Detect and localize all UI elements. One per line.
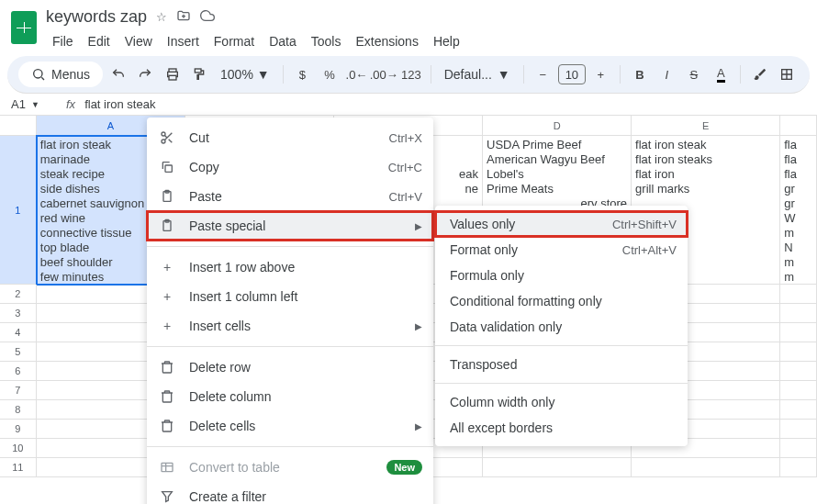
menu-tools[interactable]: Tools (305, 30, 348, 52)
row-header-9[interactable]: 9 (0, 420, 37, 439)
row-header-10[interactable]: 10 (0, 439, 37, 458)
row-header-1[interactable]: 1 (0, 136, 37, 285)
menu-insert[interactable]: Insert (161, 30, 206, 52)
undo-button[interactable] (106, 62, 130, 86)
sm-conditional[interactable]: Conditional formatting only (435, 288, 688, 314)
copy-icon (158, 158, 176, 176)
fill-color-button[interactable] (748, 62, 772, 86)
menu-file[interactable]: File (46, 30, 80, 52)
sm-all-except[interactable]: All except borders (435, 415, 688, 441)
cm-insert-col[interactable]: + Insert 1 column left (147, 282, 433, 311)
italic-button[interactable]: I (655, 62, 679, 86)
cm-copy[interactable]: Copy Ctrl+C (147, 152, 433, 182)
cm-convert-table[interactable]: Convert to table New (147, 453, 433, 482)
context-menu: Cut Ctrl+X Copy Ctrl+C Paste Ctrl+V Past… (147, 118, 433, 504)
row-header-3[interactable]: 3 (0, 304, 37, 323)
row-header-4[interactable]: 4 (0, 323, 37, 342)
paste-icon (158, 187, 176, 206)
name-box[interactable]: A1▼ (11, 97, 57, 111)
filter-icon (158, 487, 176, 504)
row-header-7[interactable]: 7 (0, 381, 37, 400)
plus-icon: + (158, 317, 176, 335)
doc-title[interactable]: keywords zap (46, 7, 147, 27)
plus-icon: + (158, 258, 176, 276)
fx-icon: fx (66, 97, 75, 111)
sm-formula-only[interactable]: Formula only (435, 263, 688, 288)
menu-edit[interactable]: Edit (82, 30, 117, 52)
percent-button[interactable]: % (318, 62, 341, 86)
cloud-icon[interactable] (200, 8, 215, 26)
trash-icon (158, 387, 176, 406)
chevron-right-icon: ▶ (415, 321, 422, 331)
decrease-decimal-button[interactable]: .0← (345, 62, 369, 86)
currency-button[interactable]: $ (291, 62, 315, 86)
print-button[interactable] (161, 62, 185, 86)
col-header-e[interactable]: E (632, 116, 780, 135)
sheets-logo[interactable] (11, 11, 37, 44)
svg-rect-2 (169, 75, 176, 80)
svg-rect-1 (169, 69, 176, 72)
svg-rect-7 (165, 165, 172, 172)
sm-col-width[interactable]: Column width only (435, 389, 688, 415)
search-icon (31, 67, 46, 82)
chevron-down-icon: ▼ (498, 67, 510, 82)
cm-cut[interactable]: Cut Ctrl+X (147, 123, 433, 152)
sm-transposed[interactable]: Transposed (435, 352, 688, 377)
menus-search[interactable]: Menus (18, 62, 103, 87)
menu-view[interactable]: View (118, 30, 159, 52)
move-icon[interactable] (176, 8, 191, 26)
chevron-right-icon: ▶ (415, 221, 422, 231)
toolbar: Menus 100%▼ $ % .0← .00→ 123 Defaul...▼ … (7, 56, 810, 94)
formula-bar[interactable]: flat iron steak (84, 97, 155, 111)
font-select[interactable]: Defaul...▼ (439, 67, 516, 82)
plus-icon: + (158, 287, 176, 306)
row-header-2[interactable]: 2 (0, 285, 37, 304)
row-header-8[interactable]: 8 (0, 400, 37, 420)
sm-format-only[interactable]: Format only Ctrl+Alt+V (435, 237, 688, 263)
bold-button[interactable]: B (628, 62, 652, 86)
menu-format[interactable]: Format (207, 30, 261, 52)
increase-decimal-button[interactable]: .00→ (372, 62, 396, 86)
zoom-select[interactable]: 100%▼ (215, 67, 275, 82)
chevron-down-icon: ▼ (31, 100, 39, 109)
svg-point-5 (162, 132, 165, 136)
redo-button[interactable] (134, 62, 158, 86)
cm-delete-col[interactable]: Delete column (147, 382, 433, 411)
more-formats-button[interactable]: 123 (399, 62, 423, 86)
cm-delete-cells[interactable]: Delete cells ▶ (147, 411, 433, 441)
table-icon (158, 458, 176, 476)
star-icon[interactable]: ☆ (156, 10, 167, 24)
chevron-right-icon: ▶ (415, 421, 422, 431)
cut-icon (158, 129, 176, 147)
cm-paste-special[interactable]: Paste special ▶ (147, 211, 433, 241)
row-header-11[interactable]: 11 (0, 458, 37, 477)
col-header-d[interactable]: D (483, 116, 632, 135)
cm-create-filter[interactable]: Create a filter (147, 482, 433, 504)
font-size-decrease[interactable]: − (532, 62, 555, 86)
menu-data[interactable]: Data (263, 30, 303, 52)
sm-values-only[interactable]: Values only Ctrl+Shift+V (435, 211, 688, 237)
cell-f1[interactable]: fla fla fla gr gr W m N m m (780, 136, 817, 285)
select-all-corner[interactable] (0, 116, 37, 135)
menu-extensions[interactable]: Extensions (349, 30, 424, 52)
svg-rect-3 (196, 69, 202, 73)
text-color-button[interactable]: A (710, 62, 733, 86)
new-badge: New (386, 460, 422, 475)
row-header-5[interactable]: 5 (0, 342, 37, 362)
col-header-f[interactable] (780, 116, 817, 135)
cm-paste[interactable]: Paste Ctrl+V (147, 182, 433, 211)
strikethrough-button[interactable]: S (682, 62, 706, 86)
chevron-down-icon: ▼ (257, 67, 270, 82)
cm-insert-row[interactable]: + Insert 1 row above (147, 252, 433, 282)
cm-delete-row[interactable]: Delete row (147, 353, 433, 382)
font-size-input[interactable]: 10 (558, 64, 585, 84)
sm-validation[interactable]: Data validation only (435, 314, 688, 340)
cm-insert-cells[interactable]: + Insert cells ▶ (147, 311, 433, 341)
paint-format-button[interactable] (188, 62, 212, 86)
borders-button[interactable] (776, 62, 800, 86)
trash-icon (158, 358, 176, 376)
paste-special-submenu: Values only Ctrl+Shift+V Format only Ctr… (435, 206, 688, 446)
row-header-6[interactable]: 6 (0, 362, 37, 381)
font-size-increase[interactable]: + (589, 62, 613, 86)
menu-help[interactable]: Help (427, 30, 466, 52)
